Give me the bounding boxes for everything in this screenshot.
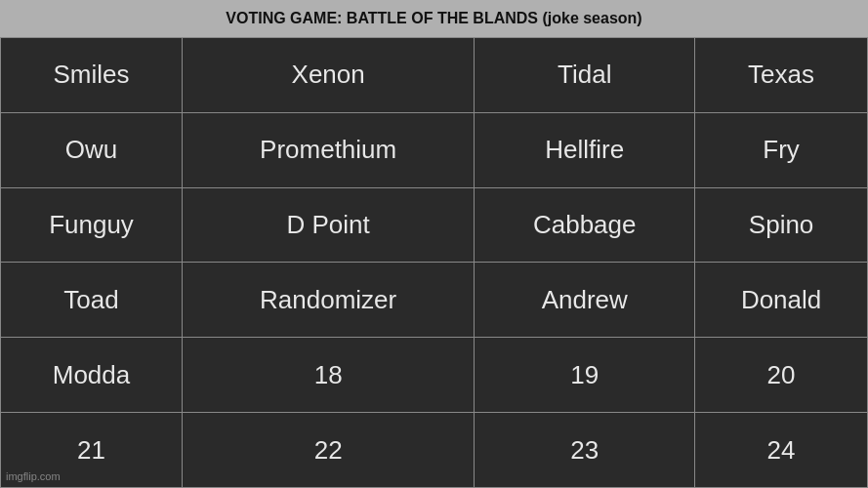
cell-1-1[interactable]: Promethium <box>183 112 475 187</box>
cell-0-0[interactable]: Smiles <box>1 38 183 113</box>
watermark: imgflip.com <box>6 470 61 482</box>
table-row: 21222324 <box>1 413 868 488</box>
table-row: OwuPromethiumHellfireFry <box>1 112 868 187</box>
cell-1-0[interactable]: Owu <box>1 112 183 187</box>
cell-5-3[interactable]: 24 <box>695 413 868 488</box>
cell-2-2[interactable]: Cabbage <box>475 187 695 263</box>
cell-3-0[interactable]: Toad <box>1 263 183 338</box>
cell-3-2[interactable]: Andrew <box>475 263 695 338</box>
cell-2-3[interactable]: Spino <box>695 187 868 263</box>
table-row: ToadRandomizerAndrewDonald <box>1 263 868 338</box>
cell-5-1[interactable]: 22 <box>183 413 475 488</box>
cell-2-1[interactable]: D Point <box>183 187 475 263</box>
cell-3-1[interactable]: Randomizer <box>183 263 475 338</box>
page-title: VOTING GAME: BATTLE OF THE BLANDS (joke … <box>0 0 868 37</box>
voting-table: SmilesXenonTidalTexasOwuPromethiumHellfi… <box>0 37 868 488</box>
cell-5-2[interactable]: 23 <box>475 413 695 488</box>
cell-4-2[interactable]: 19 <box>475 338 695 413</box>
cell-1-3[interactable]: Fry <box>695 112 868 187</box>
cell-2-0[interactable]: Funguy <box>1 187 183 263</box>
cell-1-2[interactable]: Hellfire <box>475 112 695 187</box>
table-row: SmilesXenonTidalTexas <box>1 38 868 113</box>
cell-4-3[interactable]: 20 <box>695 338 868 413</box>
cell-4-0[interactable]: Modda <box>1 338 183 413</box>
cell-4-1[interactable]: 18 <box>183 338 475 413</box>
grid-container: SmilesXenonTidalTexasOwuPromethiumHellfi… <box>0 37 868 488</box>
cell-0-2[interactable]: Tidal <box>475 38 695 113</box>
cell-0-3[interactable]: Texas <box>695 38 868 113</box>
table-row: FunguyD PointCabbageSpino <box>1 187 868 263</box>
cell-0-1[interactable]: Xenon <box>183 38 475 113</box>
cell-3-3[interactable]: Donald <box>695 263 868 338</box>
table-row: Modda181920 <box>1 338 868 413</box>
